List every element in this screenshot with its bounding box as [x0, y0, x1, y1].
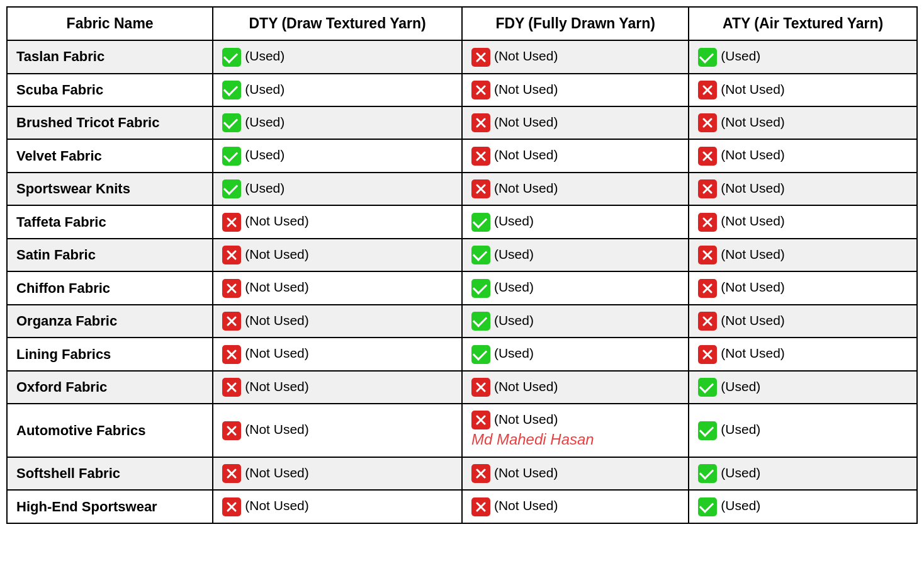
not-used-label: (Not Used) [721, 115, 785, 129]
cell-not-used: (Not Used) [213, 490, 462, 523]
fabric-name-cell: Sportswear Knits [7, 173, 213, 205]
cell-not-used: (Not Used) [689, 74, 917, 106]
table-row: Chiffon Fabric(Not Used)(Used)(Not Used) [7, 271, 917, 304]
cross-icon [471, 48, 490, 67]
used-label: (Used) [721, 465, 760, 480]
cell-used: (Used) [213, 40, 462, 73]
cross-icon [222, 279, 241, 298]
not-used-label: (Not Used) [721, 213, 785, 228]
not-used-label: (Not Used) [245, 213, 309, 228]
used-label: (Used) [245, 82, 285, 96]
used-label: (Used) [721, 379, 760, 394]
fabric-name-cell: Brushed Tricot Fabric [7, 106, 213, 139]
cross-icon [471, 113, 490, 132]
used-label: (Used) [494, 313, 534, 327]
check-icon [698, 378, 717, 397]
not-used-label: (Not Used) [494, 48, 558, 63]
used-label: (Used) [494, 280, 534, 294]
check-icon [471, 279, 490, 298]
cell-not-used: (Not Used) [462, 40, 689, 73]
cross-icon [471, 147, 490, 166]
not-used-label: (Not Used) [721, 181, 785, 195]
check-icon [222, 113, 241, 132]
not-used-label: (Not Used) [245, 313, 309, 327]
col-header-fabric-name: Fabric Name [7, 7, 213, 40]
cross-icon [698, 246, 717, 264]
cell-used: (Used) [462, 271, 689, 304]
cross-icon [222, 464, 241, 483]
table-row: Taslan Fabric(Used)(Not Used)(Used) [7, 40, 917, 73]
cell-not-used: (Not Used) [213, 239, 462, 271]
cross-icon [222, 312, 241, 331]
cell-not-used: (Not Used) [689, 139, 917, 172]
cell-used: (Used) [462, 338, 689, 370]
cross-icon [471, 179, 490, 198]
table-row: Brushed Tricot Fabric(Used)(Not Used)(No… [7, 106, 917, 139]
not-used-label: (Not Used) [494, 82, 558, 96]
used-label: (Used) [494, 247, 534, 261]
table-row: Velvet Fabric(Used)(Not Used)(Not Used) [7, 139, 917, 172]
cross-icon [698, 147, 717, 166]
fabric-name-cell: Taffeta Fabric [7, 205, 213, 238]
check-icon [222, 81, 241, 99]
fabric-name-cell: Lining Fabrics [7, 338, 213, 370]
not-used-label: (Not Used) [494, 412, 558, 426]
cell-not-used: (Not Used) [462, 457, 689, 490]
not-used-label: (Not Used) [245, 498, 309, 513]
cell-not-used: (Not Used) [462, 106, 689, 139]
table-row: Oxford Fabric(Not Used)(Not Used)(Used) [7, 371, 917, 404]
fabric-name-cell: Satin Fabric [7, 239, 213, 271]
table-row: High-End Sportswear(Not Used)(Not Used)(… [7, 490, 917, 523]
cell-not-used: (Not Used) [689, 239, 917, 271]
cross-icon [698, 113, 717, 132]
not-used-label: (Not Used) [494, 181, 558, 195]
cell-not-used: (Not Used) [689, 205, 917, 238]
cross-icon [222, 421, 241, 440]
used-label: (Used) [245, 147, 285, 162]
cross-icon [222, 213, 241, 232]
cell-not-used: (Not Used) [213, 305, 462, 338]
table-row: Softshell Fabric(Not Used)(Not Used)(Use… [7, 457, 917, 490]
cross-icon [471, 497, 490, 516]
fabric-name-cell: Automotive Fabrics [7, 404, 213, 457]
col-header-dty: DTY (Draw Textured Yarn) [213, 7, 462, 40]
used-label: (Used) [721, 48, 760, 63]
cell-used: (Used) [213, 106, 462, 139]
cross-icon [698, 312, 717, 331]
not-used-label: (Not Used) [721, 82, 785, 96]
table-row: Scuba Fabric(Used)(Not Used)(Not Used) [7, 74, 917, 106]
not-used-label: (Not Used) [721, 147, 785, 162]
table-row: Sportswear Knits(Used)(Not Used)(Not Use… [7, 173, 917, 205]
cell-not-used: (Not Used) [213, 205, 462, 238]
watermark-text: Md Mahedi Hasan [471, 429, 679, 450]
cell-used: (Used) [462, 205, 689, 238]
not-used-label: (Not Used) [245, 379, 309, 394]
fabric-table: Fabric Name DTY (Draw Textured Yarn) FDY… [6, 6, 918, 524]
table-row: Satin Fabric(Not Used)(Used)(Not Used) [7, 239, 917, 271]
cell-not-used: (Not Used) [689, 338, 917, 370]
cross-icon [222, 497, 241, 516]
cross-icon [698, 213, 717, 232]
table-wrapper: Fabric Name DTY (Draw Textured Yarn) FDY… [6, 6, 918, 524]
cell-used: (Used) [689, 40, 917, 73]
cross-icon [222, 378, 241, 397]
fabric-name-cell: Organza Fabric [7, 305, 213, 338]
not-used-label: (Not Used) [245, 280, 309, 294]
cell-not-used: (Not Used) [213, 404, 462, 457]
not-used-label: (Not Used) [245, 422, 309, 436]
fabric-name-cell: Softshell Fabric [7, 457, 213, 490]
cell-not-used: (Not Used) [213, 338, 462, 370]
not-used-label: (Not Used) [245, 465, 309, 480]
col-header-aty: ATY (Air Textured Yarn) [689, 7, 917, 40]
col-header-fdy: FDY (Fully Drawn Yarn) [462, 7, 689, 40]
cell-used: (Used) [689, 490, 917, 523]
cell-not-used: (Not Used) [689, 305, 917, 338]
cell-not-used: (Not Used) [689, 271, 917, 304]
cell-used: (Used) [462, 239, 689, 271]
not-used-label: (Not Used) [494, 147, 558, 162]
cell-not-used: (Not Used) [462, 139, 689, 172]
cell-not-used: (Not Used) [462, 371, 689, 404]
check-icon [698, 464, 717, 483]
fabric-name-cell: Oxford Fabric [7, 371, 213, 404]
table-row: Taffeta Fabric(Not Used)(Used)(Not Used) [7, 205, 917, 238]
